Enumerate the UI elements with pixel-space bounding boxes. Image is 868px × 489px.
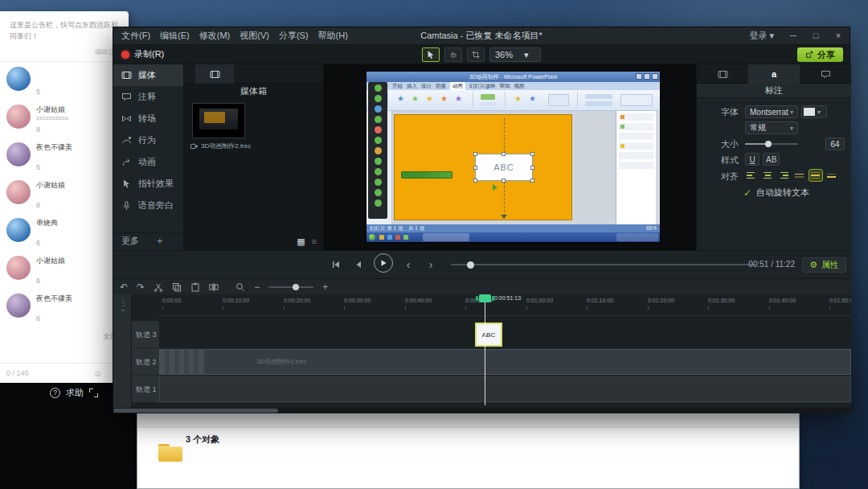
menu-modify[interactable]: 修改(M) [199, 30, 231, 42]
record-button[interactable]: 录制(R) [121, 48, 164, 60]
add-icon[interactable]: + [157, 235, 163, 247]
timeline-clip-audio[interactable] [159, 376, 851, 402]
track-gutter: ⋮⌄ [113, 294, 132, 413]
next-frame-button[interactable]: ‹ [401, 257, 416, 272]
menu-share[interactable]: 分享(S) [279, 30, 309, 42]
folder-icon[interactable] [158, 444, 182, 462]
split-button[interactable] [209, 282, 219, 292]
selected-textbox[interactable]: ABC [475, 154, 533, 181]
timeline-zoom-slider[interactable] [268, 286, 313, 288]
chat-counter: 0 / 140 [6, 369, 29, 377]
chat-member-row[interactable]: 小谢姑娘 6 [0, 251, 129, 289]
font-color-picker[interactable]: ▾ [801, 105, 827, 118]
help-icon[interactable]: ? [50, 388, 60, 398]
track-lane-3[interactable] [159, 321, 851, 348]
emoji-icon[interactable]: ☺ [93, 368, 102, 378]
align-middle-button[interactable] [809, 170, 822, 181]
media-thumbnail[interactable] [192, 103, 245, 138]
more-button[interactable]: 更多 + [113, 232, 184, 249]
underline-button[interactable]: U [745, 153, 760, 166]
sidebar-item-transitions[interactable]: 转场 [113, 108, 183, 129]
menu-edit[interactable]: 编辑(E) [160, 30, 190, 42]
media-icon [718, 69, 728, 80]
tab-text-properties[interactable]: a [748, 64, 800, 84]
motion-path-arrow [501, 215, 507, 219]
pan-tool-button[interactable] [444, 47, 462, 62]
crop-tool-button[interactable] [467, 47, 485, 62]
font-weight-select[interactable]: 常规▾ [745, 121, 798, 134]
timeline-clip-screen-recording[interactable]: 3D动画制作2.trec [159, 349, 851, 375]
play-button[interactable] [374, 253, 393, 273]
timeline-clip-callout[interactable]: ABC [475, 323, 502, 347]
align-center-button[interactable] [761, 170, 774, 181]
seek-handle[interactable] [467, 261, 474, 269]
properties-toggle-button[interactable]: ⚙ 属性 [802, 257, 846, 273]
zoom-out-button[interactable]: − [254, 282, 260, 292]
animation-icon [121, 157, 132, 167]
chat-member-row[interactable]: 夜色不骤美 6 [0, 289, 129, 327]
track-header-3[interactable]: 轨道 3 [132, 321, 159, 348]
chat-member-row[interactable]: 夜色不骤美 5 [0, 138, 129, 175]
zoom-handle[interactable] [293, 284, 299, 290]
sidebar-item-annotations[interactable]: 注释 [113, 86, 183, 108]
help-label[interactable]: 求助 [66, 387, 84, 399]
track-header-1[interactable]: 轨道 1 [132, 376, 159, 403]
menu-view[interactable]: 视图(V) [240, 30, 269, 42]
sidebar-item-cursor-effects[interactable]: 指针效果 [113, 173, 183, 195]
sidebar-item-animations[interactable]: 动画 [113, 151, 183, 173]
check-icon: ✓ [743, 187, 751, 199]
redo-button[interactable]: ↷ [137, 282, 145, 292]
jump-end-button[interactable]: › [424, 257, 438, 272]
track-header-2[interactable]: 轨道 2 [132, 348, 159, 376]
edit-notice-link[interactable]: 编辑公告 [0, 46, 129, 62]
copy-button[interactable] [172, 282, 182, 292]
scrollbar-thumb[interactable] [113, 409, 278, 413]
tab-visual-properties[interactable] [697, 64, 748, 84]
playhead-time-label: 0:00:51:13 [494, 295, 521, 301]
font-size-value[interactable]: 64 [825, 138, 845, 150]
fullscreen-icon[interactable] [89, 388, 98, 397]
avatar [6, 142, 31, 166]
transition-icon [121, 113, 132, 124]
align-bottom-button[interactable] [825, 170, 838, 181]
tab-media-bin[interactable] [195, 64, 234, 84]
font-size-slider[interactable] [745, 143, 798, 145]
seek-slider[interactable] [451, 264, 756, 265]
menu-file[interactable]: 文件(F) [121, 30, 150, 42]
align-left-button[interactable] [745, 170, 758, 181]
minimize-button[interactable]: ─ [782, 27, 805, 45]
timeline-scrollbar[interactable] [113, 408, 851, 413]
menu-help[interactable]: 帮助(H) [318, 30, 348, 42]
sidebar-item-media[interactable]: 媒体 [113, 64, 183, 86]
align-top-button[interactable] [793, 170, 806, 181]
align-right-button[interactable] [777, 170, 790, 181]
share-button[interactable]: 分享 [797, 47, 843, 62]
sidebar-item-behaviors[interactable]: 行为 [113, 129, 183, 151]
grid-view-icon[interactable]: ▦ [297, 236, 305, 247]
chat-member-row[interactable]: 串烧典 6 [0, 213, 129, 251]
login-button[interactable]: 登录 ▾ [741, 30, 782, 42]
list-view-icon[interactable]: ≡ [312, 236, 317, 247]
cut-button[interactable] [154, 282, 163, 292]
chat-member-row[interactable]: 小谢姑娘 ssssssssss 8 [0, 100, 129, 138]
close-button[interactable]: × [827, 27, 850, 45]
zoom-in-button[interactable]: + [322, 282, 328, 292]
select-tool-button[interactable] [422, 47, 440, 62]
auto-rotate-checkbox[interactable]: ✓ 自动旋转文本 [743, 187, 809, 199]
undo-button[interactable]: ↶ [120, 282, 128, 292]
sidebar-item-voice-narration[interactable]: 语音旁白 [113, 195, 183, 216]
jump-start-button[interactable] [329, 257, 343, 272]
case-button[interactable]: AB [763, 153, 780, 166]
chat-member-row[interactable]: 5 [0, 62, 129, 100]
font-family-select[interactable]: Montserrat▾ [745, 105, 798, 118]
paste-button[interactable] [190, 282, 200, 292]
tab-callout-properties[interactable] [800, 64, 851, 84]
playhead-handle[interactable] [479, 294, 491, 302]
canvas-preview[interactable]: 3D动画制作 - Microsoft PowerPoint 文件开始插入设计切换… [324, 64, 696, 250]
maximize-button[interactable]: □ [805, 27, 827, 45]
timeline-ruler[interactable] [159, 301, 851, 316]
canvas-zoom-select[interactable]: 36%▾ [489, 47, 541, 62]
prev-frame-button[interactable] [351, 257, 366, 272]
track-options-icon[interactable]: ⋮⌄ [120, 301, 127, 312]
chat-member-row[interactable]: 小谢姑娘 8 [0, 175, 129, 213]
